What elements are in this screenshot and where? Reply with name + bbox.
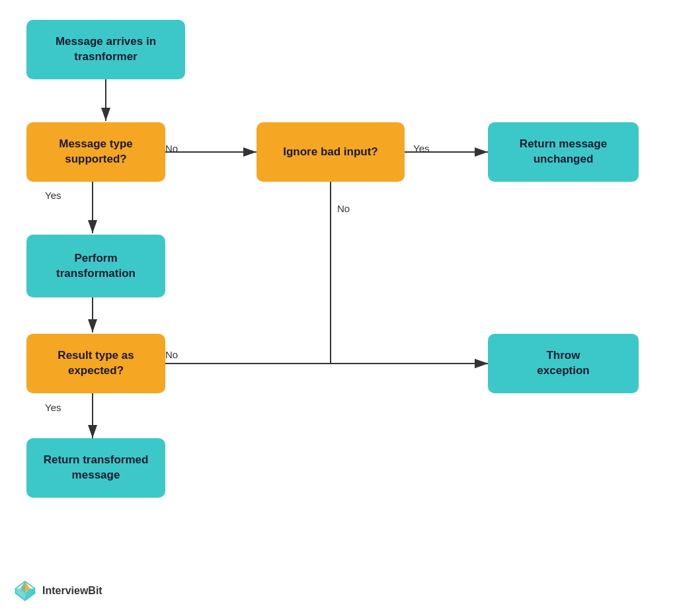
result-type-label: Result type asexpected? (58, 348, 134, 379)
logo-text: InterviewBit (42, 585, 102, 597)
no-label-3: No (337, 203, 350, 214)
yes-label-3: Yes (45, 402, 61, 413)
no-label-2: No (165, 349, 178, 360)
diagram-container: Message arrives in trasnformer Message t… (0, 0, 677, 616)
logo-area: InterviewBit (13, 579, 102, 603)
ignore-bad-input-label: Ignore bad input? (283, 145, 378, 160)
message-type-node: Message typesupported? (26, 122, 165, 182)
throw-exception-node: Throwexception (488, 334, 639, 393)
message-arrives-node: Message arrives in trasnformer (26, 20, 185, 79)
return-transformed-label: Return transformedmessage (44, 453, 149, 483)
ignore-bad-input-node: Ignore bad input? (257, 122, 405, 182)
yes-label-2: Yes (45, 190, 61, 201)
interviewbit-logo-icon (13, 579, 37, 603)
yes-label-1: Yes (413, 143, 429, 154)
message-type-label: Message typesupported? (59, 137, 133, 167)
arrows-svg (0, 0, 677, 616)
return-transformed-node: Return transformedmessage (26, 438, 165, 498)
return-unchanged-label: Return messageunchanged (520, 137, 607, 167)
result-type-node: Result type asexpected? (26, 334, 165, 393)
message-arrives-label: Message arrives in trasnformer (38, 34, 173, 65)
perform-transformation-node: Performtransformation (26, 235, 165, 297)
return-unchanged-node: Return messageunchanged (488, 122, 639, 182)
throw-exception-label: Throwexception (537, 348, 589, 379)
no-label-1: No (165, 143, 178, 154)
perform-transformation-label: Performtransformation (56, 251, 136, 282)
